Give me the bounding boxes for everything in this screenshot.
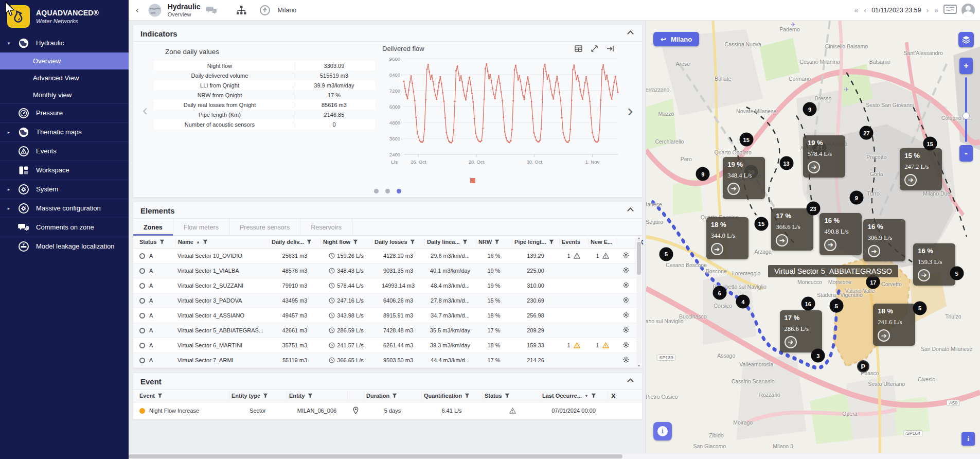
column-header-status[interactable]: Status [137, 238, 175, 246]
column-header-events[interactable]: Events [559, 238, 588, 246]
zone-name-cell[interactable]: Virtual Sector 1_VIALBA [175, 268, 269, 274]
map-zone-tooltip[interactable]: 17 %366.6 L/s➔ [771, 208, 813, 251]
map-zone-tooltip[interactable]: 19 %578.4 L/s➔ [803, 135, 845, 178]
carousel-next-icon[interactable]: › [621, 44, 639, 176]
map-cluster-badge[interactable]: 6 [712, 286, 726, 300]
table-row[interactable]: AVirtual Sector 6_MARTINI35751 m3241.57 … [133, 338, 642, 353]
sidebar-item-thematic-maps[interactable]: ▸Thematic maps [0, 122, 129, 142]
sidebar-item-events[interactable]: Events [0, 142, 129, 161]
event-column-header-duration[interactable]: Duration [364, 392, 421, 400]
event-collapse-icon[interactable] [627, 378, 634, 385]
event-column-header-entity-type[interactable]: Entity type [229, 392, 287, 400]
map-zoom-knob[interactable] [963, 112, 970, 119]
event-column-header-entity[interactable]: Entity [287, 392, 347, 400]
filter-icon[interactable] [353, 239, 358, 244]
table-row[interactable]: AVirtual Sector 3_PADOVA43495 m3247.16 L… [133, 293, 642, 308]
event-row[interactable]: Night Flow IncreaseSectorMILAN_06_0065 d… [133, 402, 642, 419]
map-cluster-badge[interactable]: 5 [950, 267, 964, 280]
sidebar-item-hydraulic[interactable]: ▾Hydraulic [0, 34, 129, 52]
date-first-button[interactable]: « [854, 6, 859, 14]
row-settings-gear-icon[interactable] [622, 252, 630, 259]
filter-icon[interactable] [462, 239, 468, 244]
filter-icon[interactable] [159, 239, 165, 244]
map-zone-tooltip[interactable]: 17 %286.6 L/s➔ [780, 310, 822, 352]
filter-icon[interactable] [549, 239, 554, 244]
zone-up-icon[interactable] [259, 4, 271, 16]
filter-icon[interactable] [308, 393, 313, 398]
map-info-button[interactable]: i [653, 422, 672, 440]
map-zoom-in-button[interactable]: + [959, 58, 973, 74]
sidebar-item-system[interactable]: ▸System [0, 180, 129, 199]
map-zone-tooltip[interactable]: 16 %490.8 L/s➔ [819, 213, 862, 255]
table-row[interactable]: AVirtual Sector 5_ABBIATEGRAS...42661 m3… [133, 323, 642, 338]
filter-icon[interactable] [263, 393, 268, 398]
excel-export-icon[interactable]: X [608, 392, 628, 400]
map-cluster-badge[interactable]: 15 [923, 137, 937, 151]
event-column-header-blank[interactable] [347, 392, 364, 400]
event-column-header-event[interactable]: Event [137, 392, 229, 400]
zone-name-cell[interactable]: Virtual Sector 5_ABBIATEGRAS... [175, 327, 269, 333]
column-header-new-e-[interactable]: New E... [588, 238, 617, 246]
map-cluster-badge[interactable]: 9 [849, 191, 863, 205]
tab-flow-meters[interactable]: Flow meters [173, 219, 229, 235]
date-next-button[interactable]: › [926, 6, 930, 14]
caret-down-icon[interactable]: ▾ [4, 41, 13, 46]
caret-right-icon[interactable]: ▸ [4, 130, 13, 135]
filter-icon[interactable] [410, 239, 415, 244]
scroll-down-icon[interactable]: ▼ [636, 364, 642, 367]
map-cluster-badge[interactable]: 15 [739, 133, 753, 147]
carousel-prev-icon[interactable]: ‹ [136, 44, 154, 176]
elements-collapse-icon[interactable] [627, 207, 634, 214]
status-ring-icon[interactable] [139, 253, 145, 259]
status-ring-icon[interactable] [139, 313, 145, 319]
status-ring-icon[interactable] [139, 343, 145, 348]
caret-right-icon[interactable]: ▸ [4, 187, 13, 192]
sidebar-item-model-leakage-localization[interactable]: Model leakage localization [0, 237, 129, 256]
elements-scrollbar[interactable]: ▲ ▼ [636, 236, 642, 368]
map-cluster-badge[interactable]: 4 [736, 295, 750, 309]
column-header-daily-deliv-[interactable]: Daily deliv... [269, 238, 320, 246]
caret-right-icon[interactable]: ▸ [4, 206, 13, 211]
zone-open-arrow-icon[interactable]: ➔ [824, 239, 836, 251]
map-cluster-badge[interactable]: 13 [779, 156, 793, 170]
user-avatar[interactable] [961, 4, 975, 17]
table-row[interactable]: AVirtual Sector 2_SUZZANI79910 m3578.44 … [133, 278, 642, 293]
map-zone-tooltip[interactable]: 19 %348.4 L/s➔ [723, 157, 765, 199]
horizontal-scrollbar[interactable] [129, 453, 980, 459]
event-column-header-status[interactable]: Status [482, 392, 540, 400]
sidebar-subitem-advanced-view[interactable]: Advanced View [0, 69, 129, 86]
zone-open-arrow-icon[interactable]: ➔ [727, 183, 740, 195]
filter-icon[interactable] [307, 239, 312, 244]
map-zone-tooltip[interactable]: 18 %344.0 L/s➔ [706, 217, 749, 259]
filter-icon[interactable] [157, 393, 163, 398]
map-cluster-badge[interactable]: 5 [829, 299, 843, 313]
horizontal-scroll-thumb[interactable] [129, 454, 622, 458]
display-mode-icon[interactable] [943, 5, 957, 16]
map-zoom-out-button[interactable]: - [959, 145, 973, 162]
carousel-dot-3[interactable] [397, 189, 401, 193]
map-sector-label[interactable]: Virtual Sector 5_ABBIATEGRASSO [768, 265, 898, 277]
status-ring-icon[interactable] [139, 283, 145, 289]
indicators-collapse-icon[interactable] [627, 30, 634, 37]
row-settings-gear-icon[interactable] [622, 267, 630, 274]
carousel-dot-2[interactable] [385, 189, 390, 193]
sidebar-item-workspace[interactable]: Workspace [0, 161, 129, 180]
row-settings-gear-icon[interactable] [622, 281, 630, 289]
row-settings-gear-icon[interactable] [622, 296, 630, 304]
row-settings-gear-icon[interactable] [622, 311, 630, 319]
filter-icon[interactable] [392, 393, 397, 398]
sitemap-icon[interactable] [235, 4, 247, 16]
column-header-daily-losses[interactable]: Daily losses [372, 238, 424, 246]
map-zone-tooltip[interactable]: 15 %247.2 L/s➔ [900, 148, 942, 190]
status-ring-icon[interactable] [139, 268, 145, 274]
map-cluster-badge[interactable]: 5 [913, 301, 927, 315]
sidebar-item-pressure[interactable]: Pressure [0, 103, 129, 122]
map-cluster-badge[interactable]: 9 [803, 102, 817, 116]
elements-scroll-thumb[interactable] [637, 242, 641, 275]
column-header-night-flow[interactable]: Night flow [320, 238, 372, 246]
chart-goto-icon[interactable] [607, 45, 614, 52]
scroll-up-icon[interactable]: ▲ [636, 236, 642, 240]
status-ring-icon[interactable] [139, 298, 145, 304]
map-cluster-badge[interactable]: 27 [860, 126, 874, 140]
map-cluster-badge[interactable]: 15 [754, 217, 768, 231]
